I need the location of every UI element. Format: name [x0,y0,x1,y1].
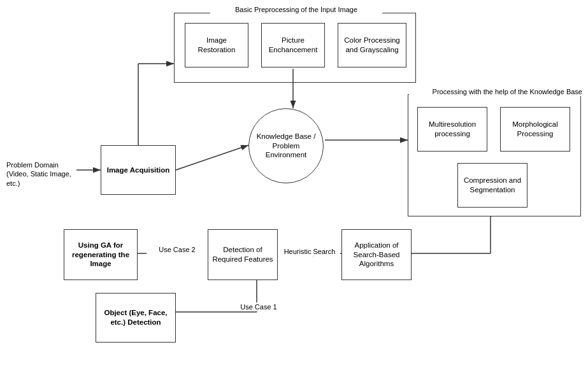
compression-box: Compression and Segmentation [457,163,527,208]
multiresolution-box: Multiresolution processing [417,107,487,152]
morphological-box: Morphological Processing [500,107,570,152]
use-case-2-label: Use Case 2 [147,245,208,254]
object-detection-box: Object (Eye, Face, etc.) Detection [96,293,176,343]
heuristic-search-label: Heuristic Search [279,247,340,256]
detection-required-box: Detection of Required Features [208,229,278,280]
preprocessing-label: Basic Preprocessing of the Input Image [210,5,382,14]
image-acquisition-box: Image Acquisition [101,145,176,195]
knowledge-base-circle: Knowledge Base / Problem Environment [248,108,324,183]
picture-enhancement-box: Picture Enchancement [261,23,325,67]
application-search-box: Application of Search-Based Algorithms [341,229,412,280]
svg-line-3 [176,145,248,170]
processing-label: Processing with the help of the Knowledg… [409,87,582,96]
image-restoration-box: Image Restoration [185,23,248,67]
diagram: Basic Preprocessing of the Input Image I… [0,0,588,375]
problem-domain-label: Problem Domain (Video, Static Image, etc… [6,160,75,188]
use-case-1-label: Use Case 1 [233,302,284,311]
color-processing-box: Color Processing and Grayscaling [338,23,406,67]
using-ga-box: Using GA for regenerating the Image [64,229,138,280]
